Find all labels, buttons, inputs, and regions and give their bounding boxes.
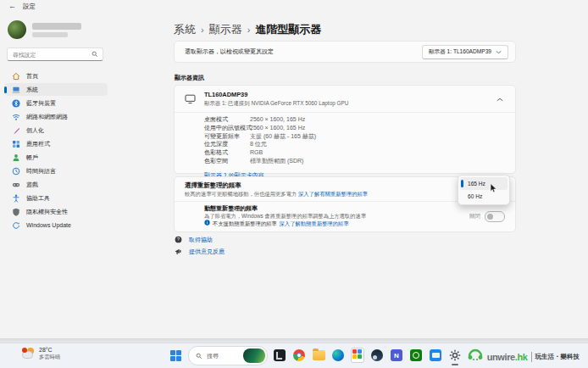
search-input[interactable] (8, 52, 92, 58)
sidebar-item-label: Windows Update (26, 222, 71, 228)
settings-gear-icon[interactable] (448, 348, 462, 362)
user-account-row[interactable] (8, 20, 81, 39)
search-highlight-thumbnail[interactable] (243, 348, 265, 363)
sidebar-item-windows-update[interactable]: Windows Update (4, 219, 108, 231)
xbox-icon[interactable] (409, 348, 423, 362)
system-icon (11, 85, 20, 94)
taskbar-icons: N (273, 348, 462, 362)
feedback-icon (175, 248, 182, 256)
select-display-label: 選取顯示器，以檢視或變更其設定 (185, 47, 422, 56)
sidebar-item-bluetooth[interactable]: 藍牙與裝置 (4, 97, 108, 109)
apps-grid-icon (11, 139, 20, 148)
steam-icon[interactable] (370, 348, 384, 362)
sidebar-item-accounts[interactable]: 帳戶 (4, 151, 108, 164)
sidebar-item-label: 隱私權與安全性 (26, 208, 68, 216)
info-row-desktop-mode: 桌面模式2560 × 1600, 165 Hz (204, 115, 515, 124)
brush-icon (11, 125, 20, 135)
selection-indicator (4, 86, 7, 93)
back-button[interactable]: ← (8, 2, 16, 10)
info-row-signal-mode: 使用中的訊號模式2560 × 1600, 165 Hz (204, 124, 515, 132)
weather-condition: 多雲時晴 (39, 354, 60, 360)
breadcrumb-system[interactable]: 系統 (174, 22, 196, 37)
toggle-knob (487, 214, 493, 220)
person-icon (11, 153, 20, 162)
watermark-tagline: 玩生活・樂科技 (535, 353, 580, 361)
chevron-down-icon (496, 49, 502, 55)
info-icon (204, 220, 210, 227)
give-feedback-link[interactable]: 提供意見反應 (175, 248, 225, 256)
chrome-icon[interactable] (292, 348, 306, 362)
wifi-icon (11, 112, 20, 121)
active-app-indicator (452, 364, 458, 366)
display-name: TL160ADMP39 (204, 91, 493, 98)
info-row-bit-depth: 位元深度8 位元 (204, 140, 515, 148)
taskbar-search-box[interactable]: 搜尋 (188, 346, 268, 365)
update-arrows-icon (11, 220, 20, 230)
sidebar-item-system[interactable]: 系統 (4, 83, 108, 96)
bluetooth-icon (11, 98, 20, 108)
taskbar-search-placeholder: 搜尋 (207, 352, 243, 360)
sidebar-item-gaming[interactable]: 遊戲 (4, 178, 108, 191)
refresh-rate-option-165[interactable]: 165 Hz (460, 177, 508, 190)
sidebar-item-label: 藍牙與裝置 (26, 99, 56, 108)
weather-icon (22, 348, 35, 360)
get-help-icon: ? (175, 236, 182, 244)
dynamic-refresh-rate-row: 動態重新整理的頻率 為了節省電力，Windows 會將重新整理的頻率調整為上方選… (175, 202, 515, 231)
get-help-link[interactable]: ? 取得協助 (175, 236, 213, 244)
sidebar-item-privacy[interactable]: 隱私權與安全性 (4, 205, 108, 218)
refresh-rate-flyout: 165 Hz 60 Hz (458, 175, 510, 205)
watermark-separator (531, 352, 532, 362)
start-button[interactable] (170, 350, 182, 362)
display-info-body: 桌面模式2560 × 1600, 165 Hz 使用中的訊號模式2560 × 1… (175, 113, 515, 182)
refresh-rate-learn-more-link[interactable]: 深入了解有關重新整理的頻率 (298, 191, 368, 197)
taskbar-weather-widget[interactable]: 28°C 多雲時晴 (22, 347, 60, 360)
drr-title: 動態重新整理的頻率 (204, 204, 505, 213)
search-icon (92, 51, 98, 58)
mail-app-icon[interactable] (429, 348, 442, 362)
dark-app-icon[interactable] (273, 348, 286, 362)
drr-learn-more-link[interactable]: 深入了解動態重新整理的頻率 (280, 220, 349, 227)
display-select-dropdown[interactable]: 顯示器 1: TL160ADMP39 (422, 45, 508, 59)
refresh-rate-option-60[interactable]: 60 Hz (460, 190, 508, 203)
sidebar-item-accessibility[interactable]: 協助工具 (4, 192, 108, 204)
monitor-icon (185, 94, 197, 104)
unwire-mascot-icon (467, 348, 484, 366)
sidebar-item-apps[interactable]: 應用程式 (4, 137, 108, 150)
breadcrumb: 系統 › 顯示器 › 進階型顯示器 (174, 22, 321, 37)
svg-text:?: ? (177, 237, 180, 242)
avatar (8, 20, 26, 39)
sidebar: 首頁 系統 藍牙與裝置 網路和網際網路 個人化 應用程式 (0, 14, 112, 338)
breadcrumb-display[interactable]: 顯示器 (209, 22, 242, 37)
sidebar-item-label: 系統 (26, 86, 38, 94)
shield-icon (11, 207, 20, 216)
refresh-rate-subtitle: 較高的速率可更順暢地移動，但也使用更多電力 (185, 191, 297, 197)
info-row-color-format: 色彩格式RGB (204, 148, 515, 157)
sidebar-item-network[interactable]: 網路和網際網路 (4, 110, 108, 123)
photos-icon[interactable] (351, 348, 364, 362)
watermark: unwire.hk 玩生活・樂科技 (467, 348, 580, 366)
file-explorer-icon[interactable] (312, 348, 325, 362)
display-select-value: 顯示器 1: TL160ADMP39 (429, 48, 491, 56)
clock-globe-icon (11, 166, 20, 176)
sidebar-item-personalization[interactable]: 個人化 (4, 124, 108, 137)
mouse-cursor (490, 181, 497, 197)
sidebar-item-home[interactable]: 首頁 (4, 70, 108, 82)
gamepad-icon (11, 180, 20, 189)
settings-search-box[interactable] (7, 47, 103, 61)
sidebar-item-label: 首頁 (26, 72, 38, 81)
selection-indicator (461, 180, 463, 187)
taskbar: 28°C 多雲時晴 搜尋 N (0, 343, 588, 368)
purple-n-app-icon[interactable]: N (390, 348, 403, 362)
display-info-card: TL160ADMP39 顯示器 1: 已連接到 NVIDIA GeForce R… (174, 85, 516, 174)
sidebar-item-label: 個人化 (26, 126, 44, 135)
accessibility-icon (11, 193, 20, 203)
sidebar-nav: 首頁 系統 藍牙與裝置 網路和網際網路 個人化 應用程式 (0, 70, 112, 232)
search-icon (196, 353, 202, 360)
chevron-up-icon[interactable] (493, 96, 507, 103)
drr-toggle[interactable] (485, 211, 505, 222)
edge-icon[interactable] (331, 348, 345, 362)
display-info-header[interactable]: TL160ADMP39 顯示器 1: 已連接到 NVIDIA GeForce R… (175, 86, 515, 112)
sidebar-item-time-language[interactable]: 時間與語言 (4, 164, 108, 177)
screen: ← 設定 首頁 系統 (0, 0, 588, 368)
info-row-color-space: 色彩空間標準動態範圍 (SDR) (204, 157, 515, 165)
